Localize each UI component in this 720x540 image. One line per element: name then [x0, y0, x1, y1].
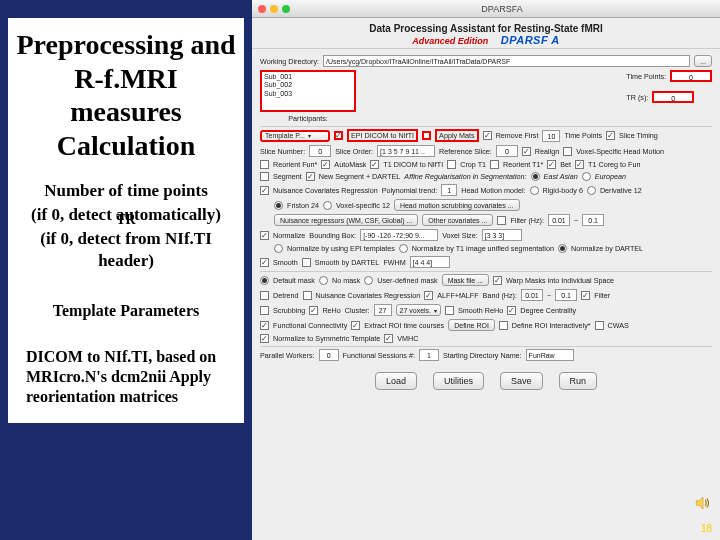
tr-field[interactable]: 0 [652, 91, 694, 103]
no-mask-radio[interactable] [319, 276, 328, 285]
window-title: DPARSFA [290, 4, 714, 14]
epi-dicom-checkbox[interactable] [334, 131, 343, 140]
load-button[interactable]: Load [375, 372, 417, 390]
other-cov-button[interactable]: Other covariates ... [422, 214, 493, 226]
norm-t1-radio[interactable] [399, 244, 408, 253]
european-radio[interactable] [582, 172, 591, 181]
participants-label: Participants: [288, 114, 328, 123]
band-hi-field[interactable]: 0.1 [555, 289, 577, 301]
t1-dicom-checkbox[interactable] [370, 160, 379, 169]
speaker-icon [694, 494, 712, 512]
smooth-dartel-checkbox[interactable] [302, 258, 311, 267]
smooth-checkbox[interactable] [260, 258, 269, 267]
page-number: 18 [701, 523, 712, 534]
tr-sub: (if 0, detect from NIf.TI header) [16, 228, 236, 271]
voxel-field[interactable]: [3 3 3] [482, 229, 522, 241]
zoom-icon[interactable] [282, 5, 290, 13]
t1-coreg-checkbox[interactable] [575, 160, 584, 169]
minimize-icon[interactable] [270, 5, 278, 13]
filter-hi-field[interactable]: 0.1 [582, 214, 604, 226]
browse-button[interactable]: ... [694, 55, 712, 67]
define-roi-button[interactable]: Define ROI [448, 319, 495, 331]
hm-cov-button[interactable]: Head motion scrubbing covariates ... [394, 199, 520, 211]
app-header: Data Processing Assistant for Resting-St… [252, 18, 720, 46]
bet-checkbox[interactable] [547, 160, 556, 169]
crop-t1-checkbox[interactable] [447, 160, 456, 169]
new-segment-checkbox[interactable] [306, 172, 315, 181]
voxels-select[interactable]: 27 voxels. [396, 304, 442, 316]
func-sess-field[interactable]: 1 [419, 349, 439, 361]
filter-lo-field[interactable]: 0.01 [548, 214, 570, 226]
define-roi-int-checkbox[interactable] [499, 321, 508, 330]
degree-cent-checkbox[interactable] [507, 306, 516, 315]
participants-list[interactable]: Sub_001 Sub_002 Sub_003 [260, 70, 356, 112]
ref-slice-field[interactable]: 0 [496, 145, 518, 157]
fc-checkbox[interactable] [260, 321, 269, 330]
norm-symm-checkbox[interactable] [260, 334, 269, 343]
hm-rigid-radio[interactable] [530, 186, 539, 195]
scrubbing-checkbox[interactable] [260, 306, 269, 315]
run-button[interactable]: Run [559, 372, 598, 390]
reorient-fun-checkbox[interactable] [260, 160, 269, 169]
extract-roi-checkbox[interactable] [351, 321, 360, 330]
fwhm-field[interactable]: [4 4 4] [410, 256, 450, 268]
filter-checkbox[interactable] [581, 291, 590, 300]
nuisance-wm-button[interactable]: Nuisance regressors (WM, CSF, Global) ..… [274, 214, 418, 226]
hm-deriv-radio[interactable] [587, 186, 596, 195]
norm-dartel-radio[interactable] [558, 244, 567, 253]
nuisance-cov-checkbox[interactable] [260, 186, 269, 195]
dicom-label: DICOM to NIf.TI, based on MRIcro.N's dcm… [16, 347, 236, 407]
mask-file-button[interactable]: Mask file ... [442, 274, 489, 286]
normalize-checkbox[interactable] [260, 231, 269, 240]
app-window: DPARSFA Data Processing Assistant for Re… [252, 0, 720, 540]
band-lo-field[interactable]: 0.01 [521, 289, 543, 301]
apply-mats-checkbox[interactable] [422, 131, 431, 140]
app-header-title: Data Processing Assistant for Resting-St… [252, 23, 720, 34]
reorient-t1-checkbox[interactable] [490, 160, 499, 169]
norm-epi-radio[interactable] [274, 244, 283, 253]
reho-checkbox[interactable] [309, 306, 318, 315]
slice-number-field[interactable]: 0 [309, 145, 331, 157]
parallel-field[interactable]: 0 [319, 349, 339, 361]
filter-early-checkbox[interactable] [497, 216, 506, 225]
voxel-hm-checkbox[interactable] [563, 147, 572, 156]
start-dir-field[interactable]: FunRaw [526, 349, 574, 361]
time-points-field[interactable]: 0 [670, 70, 712, 82]
utilities-button[interactable]: Utilities [433, 372, 484, 390]
template-select[interactable]: Template P... [260, 130, 330, 142]
user-mask-radio[interactable] [364, 276, 373, 285]
save-button[interactable]: Save [500, 372, 543, 390]
voxel-spec-radio[interactable] [323, 201, 332, 210]
bb-field[interactable]: [-90 -126 -72;90 9... [360, 229, 438, 241]
cwas-checkbox[interactable] [595, 321, 604, 330]
realign-checkbox[interactable] [522, 147, 531, 156]
tp-label: Number of time points [16, 180, 236, 201]
vmhc-checkbox[interactable] [384, 334, 393, 343]
remove-first-checkbox[interactable] [483, 131, 492, 140]
alff-checkbox[interactable] [424, 291, 433, 300]
slice-order-field[interactable]: [1 3 5 7 9 11 .. [377, 145, 435, 157]
working-dir-label: Working Directory: [260, 57, 319, 66]
smooth-reho-checkbox[interactable] [445, 306, 454, 315]
slide-title: Preprocessing and R-f.MRI measures Calcu… [16, 28, 236, 162]
slide-left-panel: Preprocessing and R-f.MRI measures Calcu… [8, 18, 244, 423]
friston-radio[interactable] [274, 201, 283, 210]
time-points-label: Time Points: [626, 72, 666, 81]
logo-text: DPARSF A [501, 34, 560, 46]
template-label: Template Parameters [16, 301, 236, 321]
working-dir-field[interactable]: /Users/ycg/Dropbox/ITraAllOnline/ITraAll… [323, 55, 690, 67]
remove-first-field[interactable]: 10 [542, 130, 560, 142]
default-mask-radio[interactable] [260, 276, 269, 285]
slice-timing-checkbox[interactable] [606, 131, 615, 140]
warp-masks-checkbox[interactable] [493, 276, 502, 285]
east-asian-radio[interactable] [531, 172, 540, 181]
cluster-field[interactable]: 27 [374, 304, 392, 316]
nuisance-cov2-checkbox[interactable] [303, 291, 312, 300]
poly-trend-field[interactable]: 1 [441, 184, 457, 196]
edition-label: Advanced Edition [412, 36, 488, 46]
close-icon[interactable] [258, 5, 266, 13]
titlebar[interactable]: DPARSFA [252, 0, 720, 18]
detrend-checkbox[interactable] [260, 291, 269, 300]
segment-checkbox[interactable] [260, 172, 269, 181]
automask-checkbox[interactable] [321, 160, 330, 169]
